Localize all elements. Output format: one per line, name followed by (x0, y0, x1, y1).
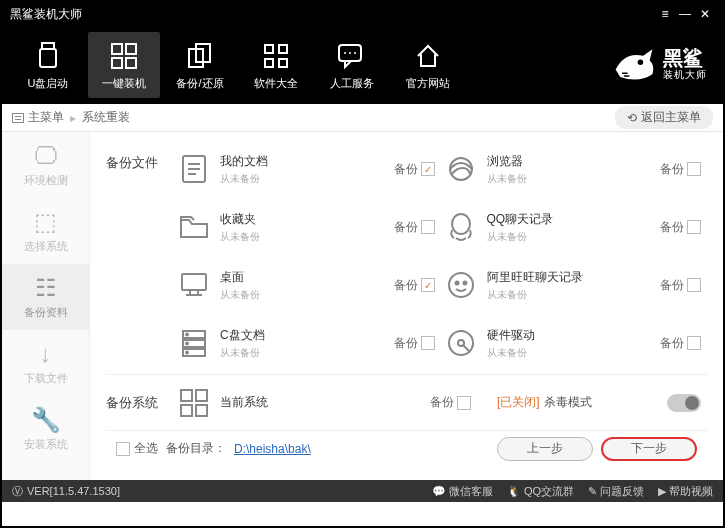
database-icon: ☷ (35, 274, 57, 302)
sys-item-title: 当前系统 (220, 394, 430, 411)
svg-point-13 (344, 52, 346, 54)
nav-software[interactable]: 软件大全 (240, 32, 312, 98)
svg-rect-4 (112, 58, 122, 68)
item-title: 收藏夹 (220, 211, 394, 228)
link-feedback[interactable]: ✎ 问题反馈 (588, 484, 644, 499)
item-backup-check[interactable]: 备份 (394, 219, 441, 236)
section-files-label: 备份文件 (106, 140, 174, 372)
qq-icon (441, 207, 481, 247)
svg-rect-23 (182, 274, 206, 290)
chat-icon (337, 40, 367, 72)
item-title: C盘文档 (220, 327, 394, 344)
step-download[interactable]: ↓下载文件 (2, 330, 89, 396)
item-backup-check[interactable]: 备份 (660, 161, 707, 178)
brand: 黑鲨 装机大师 (611, 42, 713, 88)
item-sub: 从未备份 (220, 172, 394, 186)
usb-icon (36, 40, 60, 72)
svg-rect-3 (126, 44, 136, 54)
svg-rect-1 (40, 49, 56, 67)
item-sub: 从未备份 (220, 230, 394, 244)
svg-point-35 (186, 352, 188, 354)
cursor-icon: ⬚ (34, 208, 57, 236)
svg-point-22 (452, 214, 470, 234)
breadcrumb: 主菜单 ▸ 系统重装 ⟲ 返回主菜单 (2, 104, 723, 132)
svg-rect-8 (265, 45, 273, 53)
wrench-icon: 🔧 (31, 406, 61, 434)
menu-button[interactable]: ≡ (655, 7, 675, 21)
version[interactable]: Ⓥ VER[11.5.47.1530] (12, 484, 120, 499)
svg-rect-11 (279, 59, 287, 67)
item-title: 桌面 (220, 269, 394, 286)
back-button[interactable]: ⟲ 返回主菜单 (615, 106, 713, 129)
step-install[interactable]: 🔧安装系统 (2, 396, 89, 462)
svg-point-29 (463, 282, 466, 285)
kill-status: [已关闭] (497, 394, 540, 411)
ww-icon (441, 265, 481, 305)
step-sidebar: 🖵环境检测 ⬚选择系统 ☷备份资料 ↓下载文件 🔧安装系统 (2, 132, 90, 480)
svg-point-27 (449, 273, 473, 297)
svg-rect-41 (181, 405, 192, 416)
item-sub: 从未备份 (487, 172, 661, 186)
crumb-root[interactable]: 主菜单 (28, 109, 64, 126)
item-sub: 从未备份 (487, 346, 661, 360)
section-sys-label: 备份系统 (106, 394, 174, 412)
select-all[interactable]: 全选 (116, 440, 158, 457)
item-backup-check[interactable]: 备份 (394, 335, 441, 352)
nav-backup[interactable]: 备份/还原 (164, 32, 236, 98)
home-icon (414, 40, 442, 72)
shark-logo-icon (611, 42, 657, 88)
svg-rect-10 (265, 59, 273, 67)
hdd-icon (441, 323, 481, 363)
windows-icon (110, 40, 138, 72)
prev-button[interactable]: 上一步 (497, 437, 593, 461)
dir-label: 备份目录： (166, 440, 226, 457)
step-env[interactable]: 🖵环境检测 (2, 132, 89, 198)
kill-toggle[interactable] (667, 394, 701, 412)
step-select[interactable]: ⬚选择系统 (2, 198, 89, 264)
list-icon (12, 113, 24, 123)
svg-rect-2 (112, 44, 122, 54)
top-nav: U盘启动 一键装机 备份/还原 软件大全 人工服务 官方网站 黑鲨 装机大师 (2, 26, 723, 104)
download-icon: ↓ (40, 340, 52, 368)
next-button[interactable]: 下一步 (601, 437, 697, 461)
item-sub: 从未备份 (487, 230, 661, 244)
backup-dir-link[interactable]: D:\heisha\bak\ (234, 442, 311, 456)
svg-rect-5 (126, 58, 136, 68)
nav-support[interactable]: 人工服务 (316, 32, 388, 98)
link-help[interactable]: ▶ 帮助视频 (658, 484, 713, 499)
svg-rect-9 (279, 45, 287, 53)
kill-label: 杀毒模式 (544, 394, 592, 411)
svg-line-38 (463, 345, 470, 352)
item-backup-check[interactable]: 备份 (660, 335, 707, 352)
os-icon (174, 383, 214, 423)
item-title: QQ聊天记录 (487, 211, 661, 228)
item-title: 阿里旺旺聊天记录 (487, 269, 661, 286)
item-backup-check[interactable]: 备份 (660, 277, 707, 294)
apps-icon (262, 40, 290, 72)
item-backup-check[interactable]: 备份✓ (394, 161, 441, 178)
nav-install[interactable]: 一键装机 (88, 32, 160, 98)
nav-website[interactable]: 官方网站 (392, 32, 464, 98)
item-sub: 从未备份 (220, 288, 394, 302)
server-icon (174, 323, 214, 363)
item-backup-check[interactable]: 备份 (660, 219, 707, 236)
ie-icon (441, 149, 481, 189)
close-button[interactable]: ✕ (695, 7, 715, 21)
link-qq[interactable]: 🐧 QQ交流群 (507, 484, 574, 499)
status-bar: Ⓥ VER[11.5.47.1530] 💬 微信客服 🐧 QQ交流群 ✎ 问题反… (2, 480, 723, 502)
svg-rect-40 (196, 390, 207, 401)
sys-backup-check[interactable]: 备份 (430, 394, 477, 411)
item-sub: 从未备份 (220, 346, 394, 360)
step-backup[interactable]: ☷备份资料 (2, 264, 89, 330)
item-sub: 从未备份 (487, 288, 661, 302)
svg-point-14 (349, 52, 351, 54)
desktop-icon (174, 265, 214, 305)
crumb-current: 系统重装 (82, 109, 130, 126)
svg-point-33 (186, 334, 188, 336)
item-title: 我的文档 (220, 153, 394, 170)
item-backup-check[interactable]: 备份✓ (394, 277, 441, 294)
minimize-button[interactable]: — (675, 7, 695, 21)
link-wechat[interactable]: 💬 微信客服 (432, 484, 493, 499)
doc-icon (174, 149, 214, 189)
nav-usb[interactable]: U盘启动 (12, 32, 84, 98)
